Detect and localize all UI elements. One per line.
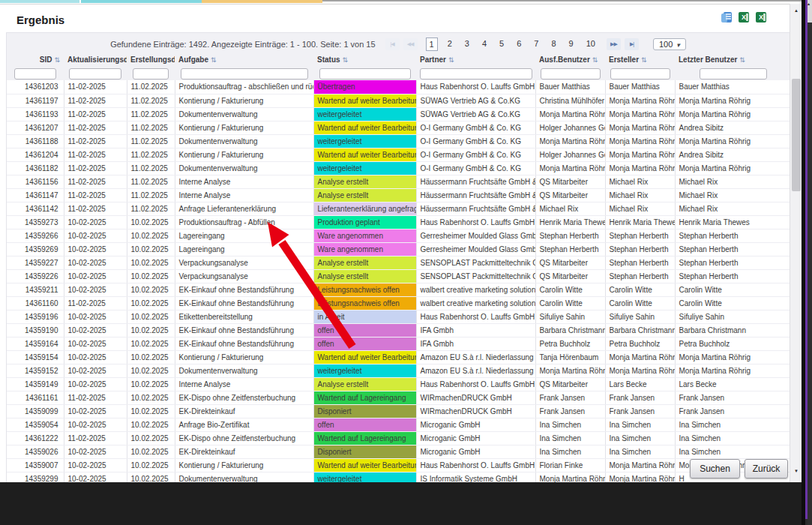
dialog-buttons: Suchen Zurück [690,459,788,478]
cell-ersteller: Michael Rix [605,202,675,215]
cell-aktualisierungsdatum: 10-02-2025 [64,337,127,350]
scroll-down-icon[interactable]: ▼ [790,466,802,476]
scroll-up-icon[interactable]: ▲ [790,5,802,16]
cell-partner: Microganic GmbH [416,418,535,431]
cell-status: Disponiert [313,404,416,418]
scrollbar-thumb[interactable] [792,79,801,191]
table-row[interactable]: 1436119711-02-202511.02.2025Kontierung /… [7,94,790,107]
cell-partner: O-I Germany GmbH & Co. KG [416,161,535,175]
page-button-4[interactable]: 4 [479,38,490,51]
export-excel-all-icon[interactable] [756,12,766,22]
page-button-8[interactable]: 8 [548,38,559,51]
back-button[interactable]: Zurück [745,459,788,478]
table-row[interactable]: 1436119311-02-202511.02.2025Dokumentenve… [7,107,790,121]
cell-ausf_benutzer: Petra Buchholz [535,337,605,350]
page-button-6[interactable]: 6 [514,38,524,51]
column-header-erstellungsdatum[interactable]: Erstellungsdatum [127,54,175,65]
filter-input-ersteller[interactable] [610,68,670,80]
column-header-sid[interactable]: SID [7,54,64,65]
next-page-button[interactable]: ▶▶ [607,38,621,50]
table-row[interactable]: 1435905410-02-202510.02.2025Anfrage Bio-… [7,418,790,431]
table-row[interactable]: 1436116111-02-202510.02.2025EK-Dispo ohn… [7,391,790,404]
column-header-ausf_benutzer[interactable]: Ausf.Benutzer [535,54,605,65]
table-row[interactable]: 1435915410-02-202510.02.2025Kontierung /… [7,350,790,364]
table-row[interactable]: 1436120711-02-202511.02.2025Kontierung /… [7,121,790,134]
cell-ersteller: Ina Simchen [605,431,675,445]
cell-status: Analyse erstellt [313,269,416,283]
search-button[interactable]: Suchen [690,459,740,478]
column-header-aktualisierungsdatum[interactable]: Aktualisierungsdatum [64,54,127,65]
table-row[interactable]: 1435927310-02-202510.02.2025Produktionsa… [7,215,790,229]
table-row[interactable]: 1436114711-02-202511.02.2025Interne Anal… [7,188,790,202]
page-button-9[interactable]: 9 [566,38,577,51]
filter-input-partner[interactable] [420,68,532,80]
table-row[interactable]: 1435926610-02-202510.02.2025Lagereingang… [7,229,790,242]
export-doc-icon[interactable] [724,12,732,22]
table-row[interactable]: 1436118211-02-202511.02.2025Dokumentenve… [7,161,790,175]
page-button-5[interactable]: 5 [496,38,507,51]
cell-status: Übertragen [313,80,416,94]
table-row[interactable]: 1436122211-02-202510.02.2025EK-Dispo ohn… [7,431,790,445]
filter-input-ausf_benutzer[interactable] [541,68,601,80]
table-row[interactable]: 1435922710-02-202510.02.2025Verpackungsa… [7,256,790,269]
table-row[interactable]: 1436114211-02-202511.02.2025Anfrage Lief… [7,202,790,215]
page-button-7[interactable]: 7 [531,38,541,51]
cell-aktualisierungsdatum: 10-02-2025 [64,283,127,296]
page-size-value: 100 [659,40,673,49]
filter-input-erstellungsdatum[interactable] [133,68,169,80]
table-row[interactable]: 1436120311-02-202511.02.2025Produktionsa… [7,80,790,94]
column-header-aufgabe[interactable]: Aufgabe [175,54,313,65]
cell-letzter_benutzer: Frank Jansen [675,404,790,418]
page-button-3[interactable]: 3 [462,38,472,51]
table-row[interactable]: 1435919610-02-202510.02.2025Etikettenber… [7,310,790,323]
cell-ausf_benutzer: Ina Simchen [535,445,605,458]
cell-status: Disponiert [313,445,416,458]
table-row[interactable]: 1435915210-02-202510.02.2025Dokumentenve… [7,364,790,377]
table-row[interactable]: 1436116011-02-202510.02.2025EK-Einkauf o… [7,296,790,310]
sort-icon [737,56,745,64]
table-row[interactable]: 1435916410-02-202510.02.2025EK-Einkauf o… [7,337,790,350]
column-header-letzter_benutzer[interactable]: Letzter Benutzer [675,54,790,65]
page-size-select[interactable]: 100 [653,38,686,50]
table-row[interactable]: 1436115611-02-202511.02.2025Interne Anal… [7,175,790,188]
cell-status: offen [313,337,416,350]
prev-page-button[interactable]: ◀◀ [403,38,418,50]
column-header-partner[interactable]: Partner [416,54,535,65]
page-button-2[interactable]: 2 [445,38,455,51]
table-row[interactable]: 1435929910-02-202510.02.2025Dokumentenve… [7,472,790,483]
filter-input-status[interactable] [319,68,411,80]
table-row[interactable]: 1435909910-02-202510.02.2025EK-Direktein… [7,404,790,418]
cell-aktualisierungsdatum: 11-02-2025 [64,80,127,94]
cell-ersteller: Monja Martina Röhrig [605,458,675,472]
export-excel-icon[interactable] [739,12,749,22]
page-button-10[interactable]: 10 [583,38,598,51]
column-header-status[interactable]: Status [313,54,416,65]
filter-input-aktualisierungsdatum[interactable] [69,68,121,80]
table-row[interactable]: 1435921110-02-202510.02.2025EK-Einkauf o… [7,283,790,296]
cell-aufgabe: EK-Direkteinkauf [175,445,313,458]
cell-ersteller: Monja Martina Röhrig [605,161,675,175]
first-page-button[interactable]: |◀ [385,38,400,50]
cell-aktualisierungsdatum: 10-02-2025 [64,323,127,337]
filter-input-letzter_benutzer[interactable] [700,68,767,80]
vertical-scrollbar[interactable]: ▲ ▼ [790,4,802,482]
table-row[interactable]: 1435914910-02-202510.02.2025Interne Anal… [7,377,790,391]
table-row[interactable]: 1436118811-02-202511.02.2025Dokumentenve… [7,134,790,148]
page-button-1[interactable]: 1 [426,38,438,51]
table-row[interactable]: 1435919010-02-202510.02.2025EK-Einkauf o… [7,323,790,337]
filter-input-aufgabe[interactable] [181,68,308,80]
column-header-ersteller[interactable]: Ersteller [605,54,675,65]
table-row[interactable]: 1436120411-02-202511.02.2025Kontierung /… [7,148,790,161]
cell-aktualisierungsdatum: 10-02-2025 [64,458,127,472]
table-row[interactable]: 1435926910-02-202510.02.2025Lagereingang… [7,242,790,256]
last-page-button[interactable]: ▶| [625,38,639,50]
table-row[interactable]: 1435902610-02-202510.02.2025EK-Direktein… [7,445,790,458]
cell-aufgabe: Kontierung / Fakturierung [175,350,313,364]
cell-status: Leistungsnachweis offen [313,283,416,296]
cell-aktualisierungsdatum: 10-02-2025 [64,404,127,418]
cell-ersteller: Monja Martina Röhrig [605,134,675,148]
table-row[interactable]: 1435922610-02-202510.02.2025Verpackungsa… [7,269,790,283]
filter-input-sid[interactable] [14,68,56,80]
cell-aufgabe: EK-Einkauf ohne Bestandsführung [175,283,313,296]
table-row[interactable]: 1435900710-02-202510.02.2025Kontierung /… [7,458,790,472]
